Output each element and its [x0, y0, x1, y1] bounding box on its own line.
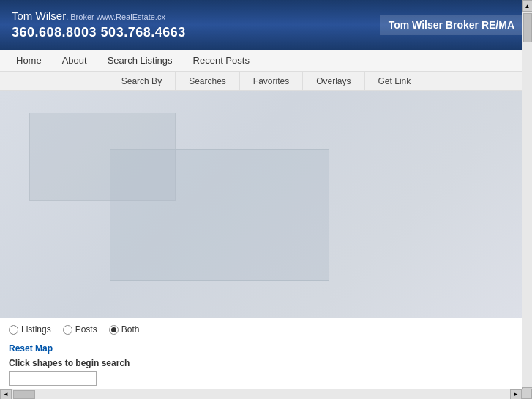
- subnav-searches[interactable]: Searches: [176, 72, 240, 90]
- scroll-track-horizontal[interactable]: [12, 389, 510, 399]
- scrollbar-vertical[interactable]: ▲ ▼: [522, 0, 532, 399]
- subnav-favorites[interactable]: Favorites: [240, 72, 303, 90]
- reset-map-link[interactable]: Reset Map: [9, 343, 53, 354]
- search-hint-text: Click shapes to begin search: [9, 358, 523, 368]
- map-canvas[interactable]: [0, 91, 532, 318]
- page-header: Tom Wilser. Broker www.RealEstate.cx 360…: [0, 0, 532, 50]
- radio-listings-circle[interactable]: [9, 325, 18, 335]
- subnav-get-link[interactable]: Get Link: [365, 72, 425, 90]
- bottom-controls: Listings Posts Both Reset Map Click shap…: [0, 318, 532, 389]
- radio-posts-label: Posts: [75, 324, 97, 335]
- radio-listings[interactable]: Listings: [9, 324, 51, 335]
- map-shape-2: [110, 149, 329, 281]
- subnav-search-by[interactable]: Search By: [108, 72, 176, 90]
- scrollbar-horizontal[interactable]: ◄ ►: [0, 389, 522, 399]
- nav-search-listings[interactable]: Search Listings: [97, 50, 183, 71]
- radio-posts[interactable]: Posts: [63, 324, 97, 335]
- scroll-left-button[interactable]: ◄: [0, 389, 12, 400]
- broker-name: Tom Wilser. Broker www.RealEstate.cx: [12, 10, 186, 22]
- scroll-right-button[interactable]: ►: [510, 389, 522, 400]
- scroll-thumb-vertical[interactable]: [523, 13, 532, 42]
- radio-posts-circle[interactable]: [63, 325, 72, 335]
- scrollbar-corner: [522, 389, 532, 399]
- radio-both-circle[interactable]: [109, 325, 119, 335]
- header-branding: Tom Wilser. Broker www.RealEstate.cx 360…: [12, 10, 186, 40]
- search-input[interactable]: [9, 371, 97, 386]
- scroll-up-button[interactable]: ▲: [522, 0, 533, 12]
- filter-radio-group: Listings Posts Both: [9, 324, 523, 335]
- broker-name-text: Tom Wilser: [12, 10, 66, 22]
- broker-phone: 360.608.8003 503.768.4663: [12, 25, 186, 40]
- nav-recent-posts[interactable]: Recent Posts: [183, 50, 260, 71]
- radio-listings-label: Listings: [21, 324, 51, 335]
- header-brand-badge: Tom Wilser Broker RE/MA: [380, 15, 523, 35]
- radio-both[interactable]: Both: [109, 324, 140, 335]
- search-input-row: [9, 371, 523, 386]
- main-navbar: Home About Search Listings Recent Posts: [0, 50, 532, 72]
- radio-both-label: Both: [121, 324, 140, 335]
- divider-1: [9, 338, 523, 338]
- scroll-track-vertical[interactable]: [522, 12, 532, 387]
- broker-subtitle: . Broker www.RealEstate.cx: [66, 12, 165, 21]
- subnav-toolbar: Search By Searches Favorites Overlays Ge…: [0, 72, 532, 91]
- nav-about[interactable]: About: [52, 50, 97, 71]
- nav-home[interactable]: Home: [6, 50, 52, 71]
- map-container[interactable]: [0, 91, 532, 318]
- subnav-overlays[interactable]: Overlays: [303, 72, 364, 90]
- scroll-thumb-horizontal[interactable]: [13, 390, 35, 399]
